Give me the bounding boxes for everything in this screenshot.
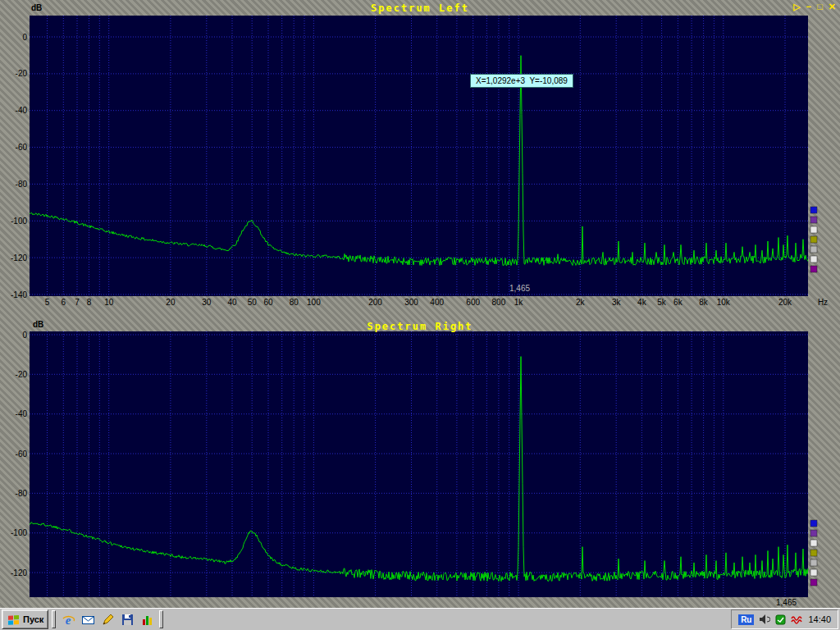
language-indicator[interactable]: Ru xyxy=(738,614,754,625)
restore-icon[interactable]: ▷ xyxy=(793,2,800,11)
y-tick-label: -60 xyxy=(16,450,28,459)
cursor-tooltip: X=1,0292e+3 Y=-10,089 xyxy=(470,74,573,88)
panel-title-right: Spectrum Right xyxy=(0,321,840,332)
toolbar-handle[interactable] xyxy=(159,610,163,628)
minimize-icon[interactable]: − xyxy=(806,2,811,11)
marker-readout-left: 1,465 xyxy=(509,284,530,293)
toolbar-handle[interactable] xyxy=(52,610,56,628)
y-tick-label: -80 xyxy=(16,489,28,498)
svg-text:e: e xyxy=(66,614,71,627)
legend-color-swatch[interactable] xyxy=(810,520,817,527)
x-tick-label: 10 xyxy=(104,298,114,307)
y-tick-label: -40 xyxy=(16,409,28,418)
x-tick-label: 50 xyxy=(248,298,258,307)
x-tick-label: 8 xyxy=(87,298,92,307)
y-tick-label: -40 xyxy=(16,106,28,115)
legend-color-swatch[interactable] xyxy=(810,559,817,566)
y-tick-label: -20 xyxy=(16,370,28,379)
modem-icon[interactable] xyxy=(791,615,803,624)
y-axis-unit-right: dB xyxy=(33,320,43,329)
y-axis-unit-left: dB xyxy=(31,3,42,12)
legend-color-swatch[interactable] xyxy=(810,236,817,243)
save-icon[interactable] xyxy=(120,612,135,627)
taskbar: Пуск e xyxy=(0,608,840,630)
legend-color-swatch[interactable] xyxy=(810,256,817,262)
ie-icon[interactable]: e xyxy=(61,612,75,627)
start-button[interactable]: Пуск xyxy=(2,609,48,629)
chart-icon[interactable] xyxy=(139,612,154,627)
outlook-icon[interactable] xyxy=(80,612,95,627)
paint-icon[interactable] xyxy=(100,612,115,627)
x-tick-label: 4k xyxy=(637,298,647,307)
x-tick-label: 800 xyxy=(492,298,506,307)
spectrum-charts: 0-20-40-60-80-100-120-140567810203040506… xyxy=(0,0,840,630)
scheduler-icon[interactable] xyxy=(775,614,786,625)
x-tick-label: 10k xyxy=(717,298,731,307)
x-tick-label: 40 xyxy=(227,298,237,307)
x-tick-label: 300 xyxy=(404,298,418,307)
x-tick-label: 3k xyxy=(612,298,622,307)
legend-color-swatch[interactable] xyxy=(810,550,817,556)
y-tick-label: -100 xyxy=(11,217,27,226)
x-tick-label: 8k xyxy=(699,298,709,307)
system-tray: Ru 14:40 xyxy=(731,609,838,629)
legend-color-swatch[interactable] xyxy=(810,207,817,213)
y-tick-label: 0 xyxy=(22,33,27,42)
y-tick-label: -120 xyxy=(11,568,27,578)
x-tick-label: 60 xyxy=(263,298,273,307)
x-tick-label: 20 xyxy=(166,298,176,307)
x-tick-label: 7 xyxy=(75,298,80,307)
x-axis-unit: Hz xyxy=(818,298,828,307)
window-controls: ▷ − □ ✕ xyxy=(793,2,836,11)
legend-color-swatch[interactable] xyxy=(810,246,817,253)
maximize-icon[interactable]: □ xyxy=(817,2,823,11)
desktop: 0-20-40-60-80-100-120-140567810203040506… xyxy=(0,0,840,630)
y-tick-label: -60 xyxy=(16,143,28,152)
x-tick-label: 200 xyxy=(368,298,382,307)
x-tick-label: 600 xyxy=(466,298,480,307)
volume-icon[interactable] xyxy=(759,614,770,625)
quick-launch-bar: e xyxy=(59,612,156,627)
legend-color-swatch[interactable] xyxy=(810,530,817,536)
x-tick-label: 20k xyxy=(778,298,792,307)
marker-readout-right: 1,465 xyxy=(776,598,797,607)
y-tick-label: -140 xyxy=(11,290,27,299)
x-tick-label: 400 xyxy=(430,298,444,307)
y-tick-label: -100 xyxy=(11,528,27,537)
x-tick-label: 100 xyxy=(307,298,321,307)
windows-logo-icon xyxy=(7,614,20,625)
start-label: Пуск xyxy=(23,614,43,624)
panel-title-left: Spectrum Left xyxy=(0,2,840,14)
legend-color-swatch[interactable] xyxy=(810,579,817,586)
legend-color-swatch[interactable] xyxy=(810,569,817,576)
y-tick-label: -80 xyxy=(16,180,28,189)
x-tick-label: 1k xyxy=(514,298,524,307)
x-tick-label: 80 xyxy=(290,298,299,307)
x-tick-label: 6 xyxy=(62,298,66,307)
y-tick-label: -120 xyxy=(11,253,27,262)
legend-color-swatch[interactable] xyxy=(810,217,817,223)
close-icon[interactable]: ✕ xyxy=(829,2,836,11)
x-tick-label: 6k xyxy=(673,298,683,307)
x-tick-label: 2k xyxy=(576,298,586,307)
x-tick-label: 5 xyxy=(45,298,50,307)
legend-color-swatch[interactable] xyxy=(810,226,817,233)
x-tick-label: 30 xyxy=(202,298,212,307)
legend-color-swatch[interactable] xyxy=(810,540,817,546)
y-tick-label: -20 xyxy=(16,69,28,78)
legend-color-swatch[interactable] xyxy=(810,266,817,272)
taskbar-clock[interactable]: 14:40 xyxy=(808,614,831,624)
x-tick-label: 5k xyxy=(657,298,667,307)
